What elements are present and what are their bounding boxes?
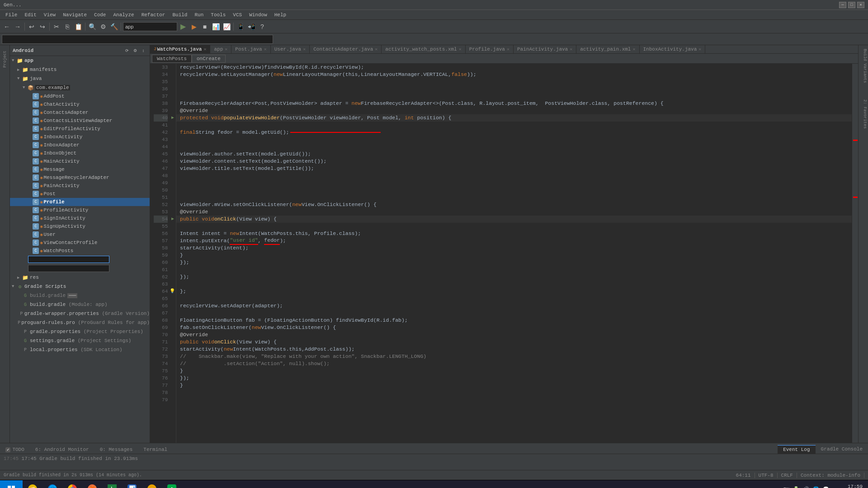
favorites-tab[interactable]: 2: Favorites [859,96,868,132]
minimize-button[interactable]: — [839,2,846,8]
filter-button[interactable]: ⚙ [132,47,139,54]
tab-gradle-console[interactable]: Gradle Console [816,445,868,454]
tree-item-build-gradle-root[interactable]: G build.gradle ━━━ [10,291,150,300]
tab-close-inbox[interactable]: ✕ [698,47,701,52]
tab-profile[interactable]: Profile.java ✕ [466,45,514,53]
tab-event-log[interactable]: Event Log [778,445,815,454]
tree-item-proguard[interactable]: P proguard-rules.pro (ProGuard Rules for… [10,318,150,327]
menu-file[interactable]: File [2,11,21,19]
find-button[interactable]: 🔍 [87,22,97,32]
tree-search-input-2[interactable] [28,265,109,272]
tab-painactivity[interactable]: PainActivity.java ✕ [514,45,576,53]
expand-button[interactable]: ↕ [140,47,147,54]
tree-item-settings-gradle[interactable]: G settings.gradle (Project Settings) [10,336,150,345]
tab-contactsadapter[interactable]: ContactsAdapter.java ✕ [310,45,382,53]
tree-item-editprofileactivity[interactable]: C ◉ EditProfileActivity [10,125,150,133]
build-variants-tab[interactable]: Build Variants [859,45,868,87]
tree-item-package[interactable]: ▼ 📦 com.example [10,83,150,92]
profile-button[interactable]: 📈 [222,22,231,32]
tab-terminal[interactable]: Terminal [138,446,173,454]
taskbar-explorer[interactable]: 📁 [23,480,42,488]
tree-item-local-properties[interactable]: P local.properties (SDK Location) [10,345,150,354]
taskbar-app6[interactable]: 📊 [122,480,142,488]
tree-item-viewcontactprofile[interactable]: C ◉ ViewContactProfile [10,239,150,247]
run-config-input[interactable] [123,22,177,31]
tree-item-messagerecycleradapter[interactable]: C ◉ MessageRecyclerAdapter [10,174,150,182]
tree-item-manifests[interactable]: ▶ 📁 manifests [10,65,150,74]
tab-close-contacts[interactable]: ✕ [375,47,377,52]
tree-item-inboxobject[interactable]: C ◉ InboxObject [10,149,150,157]
tree-item-signinactivity[interactable]: C ◉ SignInActivity [10,214,150,222]
taskbar-app8[interactable]: ♦ [162,480,182,488]
tab-close-pain[interactable]: ✕ [570,47,572,52]
tree-item-inboxadapter[interactable]: C ◉ InboxAdapter [10,141,150,149]
tree-item-signupactivity[interactable]: C ◉ SignUpActivity [10,222,150,230]
tree-item-gradle-scripts[interactable]: ▼ ⚙ Gradle Scripts [10,282,150,291]
tab-activity-pain[interactable]: activity_pain.xml ✕ [576,45,639,53]
tab-inboxactivity[interactable]: InboxActivity.java ✕ [640,45,706,53]
menu-refactor[interactable]: Refactor [138,11,169,19]
tab-close-profile[interactable]: ✕ [507,47,509,52]
undo-button[interactable]: ↩ [27,22,37,32]
tab-close-activity-watch[interactable]: ✕ [459,47,462,52]
menu-run[interactable]: Run [191,11,207,19]
search-input[interactable] [2,35,273,44]
tree-item-watchposts[interactable]: C ◉ WatchPosts [10,247,150,255]
tree-item-inboxactivity[interactable]: C ◉ InboxActivity [10,133,150,141]
back-button[interactable]: ← [2,22,12,32]
tab-messages[interactable]: 0: Messages [94,446,138,454]
paste-button[interactable]: 📋 [73,22,83,32]
settings-button[interactable]: ⚙ [98,22,108,32]
tree-item-mainactivity[interactable]: C ◉ MainActivity [10,157,150,165]
tab-close-app[interactable]: ✕ [225,47,227,52]
menu-vcs[interactable]: VCS [229,11,245,19]
tree-search-input[interactable] [28,256,109,263]
tree-item-res[interactable]: ▶ 📁 res [10,273,150,282]
menu-tools[interactable]: Tools [207,11,229,19]
tree-item-gradle-wrapper[interactable]: P gradle-wrapper.properties (Gradle Vers… [10,309,150,318]
tab-close-user[interactable]: ✕ [303,47,306,52]
tree-item-profileactivity[interactable]: C ◉ ProfileActivity [10,206,150,214]
tree-item-profile[interactable]: C ◉ Profile [10,198,150,206]
cut-button[interactable]: ✂ [52,22,61,32]
run-button[interactable]: ▶ [178,22,188,32]
menu-edit[interactable]: Edit [21,11,40,19]
tree-item-gradle-properties[interactable]: P gradle.properties (Project Properties) [10,327,150,336]
tab-android-monitor[interactable]: 6: Android Monitor [30,446,94,454]
tree-item-build-gradle-app[interactable]: G build.gradle (Module: app) [10,300,150,309]
menu-analyze[interactable]: Analyze [109,11,137,19]
menu-code[interactable]: Code [90,11,109,19]
taskbar-firefox[interactable]: 🦊 [82,480,102,488]
tab-close-activity-pain[interactable]: ✕ [632,47,635,52]
start-button[interactable] [0,480,23,488]
tab-close-watchposts[interactable]: ✕ [203,47,206,52]
tree-item-user[interactable]: C ◉ User [10,230,150,239]
menu-build[interactable]: Build [169,11,191,19]
tree-item-addpost[interactable]: C ◉ AddPost [10,92,150,100]
tab-close-post[interactable]: ✕ [264,47,267,52]
tree-item-chatactivity[interactable]: C ◉ ChatActivity [10,100,150,108]
tab-app[interactable]: app ✕ [210,45,231,53]
taskbar-libreoffice[interactable]: L [102,480,122,488]
project-tab-vertical[interactable]: Project [2,47,8,71]
tree-item-message[interactable]: C ◉ Message [10,165,150,174]
sync-button[interactable]: ⟳ [123,47,131,54]
tree-item-contactsadapter[interactable]: C ◉ ContactsAdapter [10,108,150,117]
sdk-manager-button[interactable]: 📱 [236,22,245,32]
redo-button[interactable]: ↪ [38,22,47,32]
taskbar-browser[interactable]: 🌐 [42,480,62,488]
menu-window[interactable]: Window [245,11,271,19]
tree-item-post[interactable]: C ◉ Post [10,190,150,198]
maximize-button[interactable]: □ [848,2,855,8]
tab-post[interactable]: Post.java ✕ [231,45,270,53]
debug-button[interactable]: ▶ [189,22,199,32]
taskbar-chrome[interactable] [62,480,82,488]
tree-item-contactslistviewadapter[interactable]: C ◉ ContactsListViewAdapter [10,117,150,125]
window-controls[interactable]: — □ ✕ [839,2,864,8]
code-content[interactable]: recyclerView = (RecyclerView) findViewBy… [176,64,852,443]
close-button[interactable]: ✕ [857,2,864,8]
forward-button[interactable]: → [13,22,23,32]
menu-help[interactable]: Help [271,11,290,19]
help-button[interactable]: ? [257,22,267,32]
tab-watchposts[interactable]: J WatchPosts.java ✕ [150,45,210,53]
